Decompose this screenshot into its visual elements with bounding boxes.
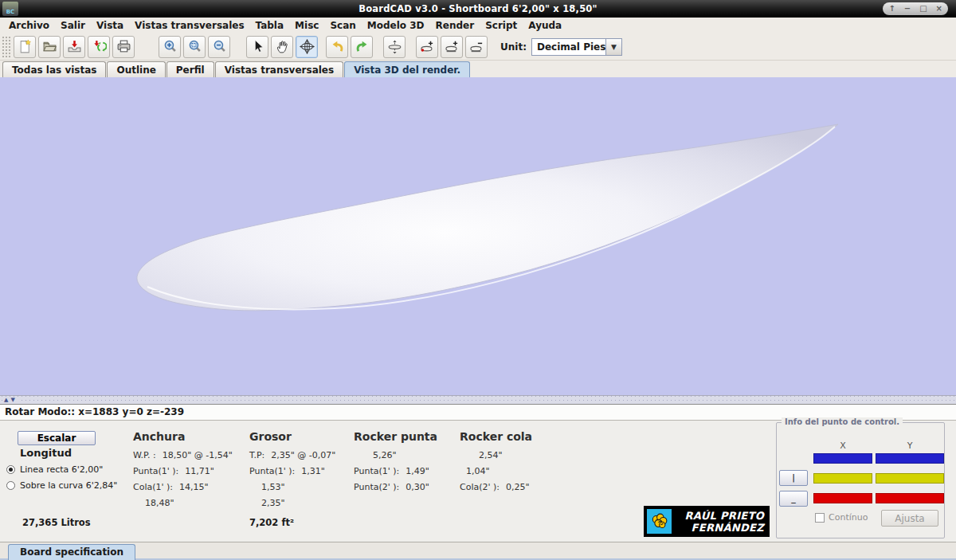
vertical-tangent-button[interactable]: |: [779, 470, 808, 486]
tangent1-field-y[interactable]: [876, 473, 944, 484]
surfboard-3d-model: [0, 77, 956, 395]
point-field-y[interactable]: [876, 453, 944, 464]
measure-label: Punta(1' ):: [249, 466, 295, 482]
cursor-arrow-icon: [250, 39, 265, 54]
select-tool-button[interactable]: [246, 36, 268, 58]
shade-icon[interactable]: ↑: [888, 2, 895, 15]
zoom-in-icon: [163, 39, 178, 54]
history-group: [326, 36, 373, 58]
collapse-down-icon[interactable]: ▼: [10, 397, 17, 403]
dropdown-arrow-icon[interactable]: ▼: [606, 38, 622, 56]
menu-render[interactable]: Render: [430, 19, 480, 32]
import-button[interactable]: [63, 36, 85, 58]
tab-board-specification[interactable]: Board specification: [8, 544, 135, 560]
tangent1-field-x[interactable]: [813, 473, 872, 484]
tab-perfil[interactable]: Perfil: [167, 61, 214, 77]
menu-tabla[interactable]: Tabla: [250, 19, 290, 32]
minimize-icon[interactable]: −: [904, 2, 911, 15]
new-file-button[interactable]: [14, 36, 36, 58]
menu-ayuda[interactable]: Ayuda: [523, 19, 567, 32]
column-y-header: Y: [876, 441, 944, 451]
flip-board-icon: [387, 39, 402, 54]
flip-group: [383, 36, 406, 58]
boardcad-window: { "window": { "title": "BoardCAD v3.0 - …: [0, 0, 956, 560]
radio-linea-recta[interactable]: Linea recta 6'2,00": [6, 464, 103, 475]
tab-vista-3d-render[interactable]: Vista 3D del render.: [344, 61, 470, 77]
measure-row: T.P:2,35" @ -0,07": [249, 450, 335, 466]
board-specification-panel: Escalar Longitud Linea recta 6'2,00" Sob…: [0, 421, 956, 542]
rotate-tool-button[interactable]: [296, 36, 318, 58]
menu-modelo-3d[interactable]: Modelo 3D: [362, 19, 430, 32]
measure-value: 18,50" @ -1,54": [163, 450, 233, 466]
radio-button-icon[interactable]: [6, 465, 15, 474]
flip-board-button[interactable]: [383, 36, 406, 58]
zoom-in-button[interactable]: [159, 36, 181, 58]
ajusta-button[interactable]: Ajusta: [881, 510, 938, 527]
column-x-header: X: [813, 441, 872, 451]
tangent2-field-x[interactable]: [813, 493, 872, 503]
redo-button[interactable]: [351, 36, 373, 58]
point-field-x[interactable]: [813, 453, 872, 464]
add-point-button[interactable]: [441, 36, 463, 58]
measure-row: Punta(2' ):0,30": [354, 482, 437, 498]
zoom-selection-icon: [187, 39, 202, 54]
tab-outline[interactable]: Outline: [107, 61, 165, 77]
radio-button-icon[interactable]: [6, 481, 15, 490]
menu-misc[interactable]: Misc: [289, 19, 324, 32]
column-title: Rocker punta: [354, 430, 437, 443]
new-file-icon: [18, 39, 33, 54]
undo-arrow-icon: [330, 39, 345, 54]
undo-button[interactable]: [326, 36, 348, 58]
escalar-button[interactable]: Escalar: [18, 431, 96, 445]
horizontal-tangent-button[interactable]: _: [779, 491, 808, 507]
window-controls: ↑ − □ ×: [883, 2, 948, 15]
raul-prieto-fernandez-logo: RAÚL PRIETO FERNÁNDEZ: [644, 506, 770, 537]
menu-vistas-transversales[interactable]: Vistas transversales: [129, 19, 249, 32]
tab-vistas-transversales[interactable]: Vistas transversales: [215, 61, 343, 77]
add-nose-point-icon: [420, 39, 435, 54]
view-tabbar: Todas las vistas Outline Perfil Vistas t…: [0, 61, 956, 77]
unit-value: Decimal Pies/...: [531, 38, 606, 56]
zoom-group: [159, 36, 230, 58]
print-button[interactable]: [112, 36, 135, 58]
measure-value: 2,35": [261, 498, 285, 514]
measure-row: W.P. :18,50" @ -1,54": [133, 450, 233, 466]
zoom-out-icon: [212, 39, 227, 54]
radio-linea-recta-label: Linea recta 6'2,00": [20, 464, 103, 475]
render-3d-viewport[interactable]: [0, 77, 956, 395]
measure-label: Punta(2' ):: [354, 482, 399, 498]
remove-point-button[interactable]: [465, 36, 488, 58]
measure-value: 5,26": [373, 450, 397, 466]
tangent2-field-y[interactable]: [876, 493, 944, 503]
add-nose-point-button[interactable]: [416, 36, 438, 58]
column-title: Rocker cola: [460, 430, 532, 443]
measure-value: 11,71": [185, 466, 214, 482]
radio-sobre-la-curva[interactable]: Sobre la curva 6'2,84": [6, 480, 117, 491]
zoom-out-button[interactable]: [208, 36, 230, 58]
menu-vista[interactable]: Vista: [91, 19, 129, 32]
tab-todas-las-vistas[interactable]: Todas las vistas: [2, 61, 106, 77]
measure-row: 2,35": [249, 498, 335, 514]
menu-scan[interactable]: Scan: [324, 19, 361, 32]
pan-tool-button[interactable]: [271, 36, 293, 58]
measure-row: 1,53": [249, 482, 335, 498]
zoom-selection-button[interactable]: [183, 36, 206, 58]
board-area: 7,202 ft²: [249, 517, 294, 528]
measure-label: W.P. :: [133, 450, 156, 466]
export-button[interactable]: [88, 36, 110, 58]
menu-salir[interactable]: Salir: [55, 19, 91, 32]
menu-script[interactable]: Script: [480, 19, 523, 32]
open-file-button[interactable]: [38, 36, 61, 58]
unit-combobox[interactable]: Decimal Pies/... ▼: [531, 38, 622, 56]
menu-archivo[interactable]: Archivo: [3, 19, 55, 32]
measure-row: 18,48": [133, 498, 233, 514]
toolbar-drag-handle[interactable]: [2, 36, 10, 58]
close-icon[interactable]: ×: [936, 2, 942, 15]
add-point-icon: [445, 39, 460, 54]
splitter-collapse-icons[interactable]: ▲▼: [4, 397, 21, 403]
continuo-checkbox[interactable]: [815, 513, 825, 523]
maximize-icon[interactable]: □: [919, 2, 927, 15]
menubar: Archivo Salir Vista Vistas transversales…: [0, 18, 956, 33]
file-group: [14, 36, 135, 58]
horizontal-splitter[interactable]: ▲▼: [0, 395, 956, 404]
